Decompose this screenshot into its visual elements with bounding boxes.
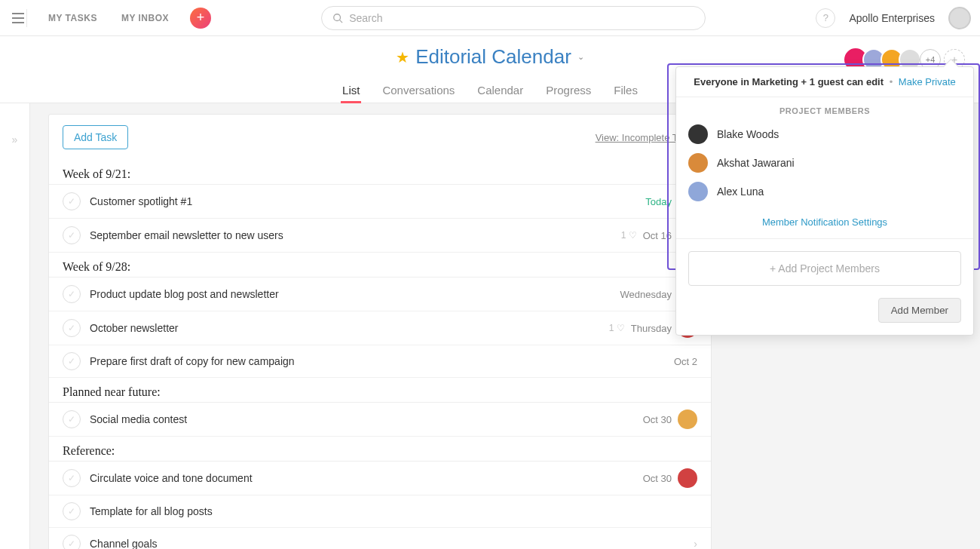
due-date: Thursday bbox=[631, 323, 672, 334]
member-name: Akshat Jawarani bbox=[717, 157, 795, 169]
task-row[interactable]: ✓Channel goals› bbox=[49, 528, 711, 549]
star-icon[interactable]: ★ bbox=[396, 48, 409, 66]
task-title: Product update blog post and newsletter bbox=[90, 288, 611, 300]
notification-settings-link[interactable]: Member Notification Settings bbox=[676, 210, 973, 239]
task-title: Template for all blog posts bbox=[90, 505, 688, 517]
project-title[interactable]: Editorial Calendar bbox=[415, 45, 571, 69]
workspace-name[interactable]: Apollo Enterprises bbox=[849, 12, 935, 24]
search-input[interactable]: Search bbox=[321, 6, 706, 30]
task-title: Social media contest bbox=[90, 413, 634, 425]
nav-my-inbox[interactable]: MY INBOX bbox=[112, 13, 178, 23]
task-row[interactable]: ✓Product update blog post and newsletter… bbox=[49, 278, 711, 311]
complete-checkbox[interactable]: ✓ bbox=[63, 469, 81, 487]
like-count[interactable]: 1 ♡ bbox=[621, 230, 637, 241]
task-title: Channel goals bbox=[90, 538, 684, 549]
task-title: Customer spotlight #1 bbox=[90, 195, 636, 207]
complete-checkbox[interactable]: ✓ bbox=[63, 502, 81, 520]
user-avatar[interactable] bbox=[948, 7, 971, 29]
search-icon bbox=[332, 13, 343, 23]
member-row[interactable]: Blake Woods bbox=[688, 120, 961, 149]
member-avatar bbox=[688, 124, 708, 144]
quick-add-button[interactable]: + bbox=[190, 8, 211, 29]
task-title: Prepare first draft of copy for new camp… bbox=[90, 355, 665, 367]
task-title: Circulate voice and tone document bbox=[90, 472, 634, 484]
complete-checkbox[interactable]: ✓ bbox=[63, 285, 81, 303]
chevron-down-icon[interactable]: ⌄ bbox=[577, 52, 584, 62]
member-name: Alex Luna bbox=[717, 186, 764, 198]
assignee-avatar[interactable] bbox=[678, 468, 697, 488]
svg-line-1 bbox=[340, 20, 343, 23]
complete-checkbox[interactable]: ✓ bbox=[63, 352, 81, 370]
task-meta: › bbox=[694, 538, 697, 549]
section-header[interactable]: Week of 9/21: bbox=[49, 160, 711, 185]
svg-point-0 bbox=[334, 14, 341, 20]
task-row[interactable]: ✓Circulate voice and tone documentOct 30 bbox=[49, 462, 711, 495]
member-name: Blake Woods bbox=[717, 128, 779, 140]
add-member-button[interactable]: Add Member bbox=[878, 298, 961, 323]
search-placeholder: Search bbox=[349, 12, 382, 24]
chevron-right-icon: › bbox=[694, 538, 697, 549]
task-title: October newsletter bbox=[90, 322, 600, 334]
complete-checkbox[interactable]: ✓ bbox=[63, 192, 81, 210]
expand-icon[interactable]: » bbox=[12, 133, 18, 146]
member-avatar bbox=[688, 153, 708, 173]
sidebar-collapsed[interactable]: » bbox=[0, 103, 30, 549]
task-row[interactable]: ✓October newsletter1 ♡Thursday bbox=[49, 311, 711, 345]
complete-checkbox[interactable]: ✓ bbox=[63, 319, 81, 337]
complete-checkbox[interactable]: ✓ bbox=[63, 410, 81, 428]
add-members-input[interactable]: + Add Project Members bbox=[688, 251, 961, 286]
task-row[interactable]: ✓Template for all blog posts bbox=[49, 495, 711, 528]
assignee-avatar[interactable] bbox=[678, 409, 697, 429]
section-header[interactable]: Planned near future: bbox=[49, 378, 711, 403]
make-private-link[interactable]: Make Private bbox=[899, 76, 956, 87]
due-date: Wednesday bbox=[620, 289, 672, 300]
project-header: ★ Editorial Calendar ⌄ +4 + Everyone in … bbox=[0, 36, 980, 103]
complete-checkbox[interactable]: ✓ bbox=[63, 535, 81, 549]
due-date: Today bbox=[645, 196, 672, 207]
due-date: Oct 30 bbox=[643, 473, 672, 484]
tab-calendar[interactable]: Calendar bbox=[476, 78, 525, 103]
task-row[interactable]: ✓September email newsletter to new users… bbox=[49, 219, 711, 253]
tab-files[interactable]: Files bbox=[612, 78, 639, 103]
task-meta: Oct 30 bbox=[643, 409, 697, 429]
task-title: September email newsletter to new users bbox=[90, 229, 612, 241]
member-avatar bbox=[688, 182, 708, 201]
tab-list[interactable]: List bbox=[341, 78, 361, 103]
member-row[interactable]: Akshat Jawarani bbox=[688, 149, 961, 177]
due-date: Oct 16 bbox=[643, 230, 672, 241]
complete-checkbox[interactable]: ✓ bbox=[63, 226, 81, 244]
tab-conversations[interactable]: Conversations bbox=[381, 78, 456, 103]
popover-header: Everyone in Marketing + 1 guest can edit… bbox=[676, 67, 973, 97]
nav-my-tasks[interactable]: MY TASKS bbox=[39, 13, 106, 23]
popover-label: PROJECT MEMBERS bbox=[676, 97, 973, 120]
section-header[interactable]: Reference: bbox=[49, 437, 711, 462]
task-row[interactable]: ✓Social media contestOct 30 bbox=[49, 403, 711, 437]
due-date: Oct 2 bbox=[674, 356, 697, 367]
member-row[interactable]: Alex Luna bbox=[688, 177, 961, 206]
topbar: MY TASKS MY INBOX + Search ? Apollo Ente… bbox=[0, 0, 980, 36]
due-date: Oct 30 bbox=[643, 414, 672, 425]
task-row[interactable]: ✓Customer spotlight #1Today bbox=[49, 185, 711, 219]
section-header[interactable]: Week of 9/28: bbox=[49, 253, 711, 278]
members-popover: Everyone in Marketing + 1 guest can edit… bbox=[675, 66, 974, 336]
task-meta: Oct 30 bbox=[643, 468, 697, 488]
member-list[interactable]: Blake WoodsAkshat JawaraniAlex LunaJessi… bbox=[676, 120, 973, 210]
help-button[interactable]: ? bbox=[816, 8, 835, 28]
tab-progress[interactable]: Progress bbox=[544, 78, 593, 103]
menu-icon[interactable] bbox=[9, 9, 27, 27]
task-pane: Add Task View: Incomplete Tasks Week of … bbox=[48, 114, 712, 549]
popover-access-text: Everyone in Marketing + 1 guest can edit bbox=[694, 76, 884, 87]
task-meta: Oct 2 bbox=[674, 356, 697, 367]
add-task-button[interactable]: Add Task bbox=[63, 125, 128, 149]
task-row[interactable]: ✓Prepare first draft of copy for new cam… bbox=[49, 345, 711, 378]
like-count[interactable]: 1 ♡ bbox=[609, 323, 625, 333]
